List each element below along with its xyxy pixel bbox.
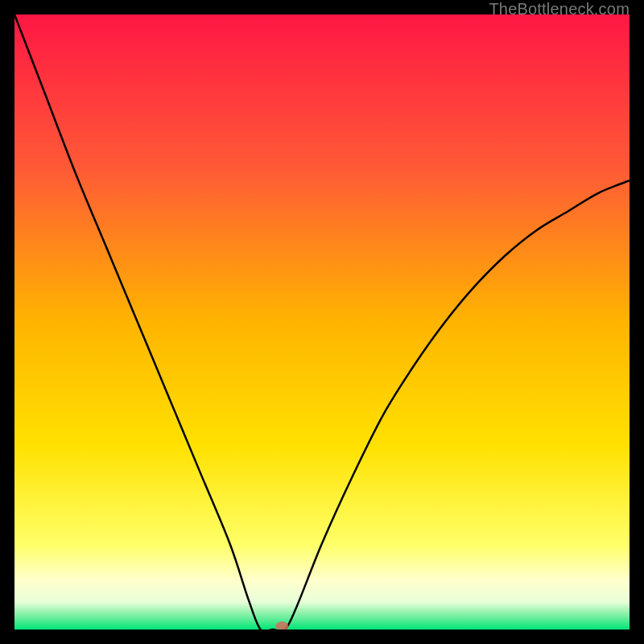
watermark-text: TheBottleneck.com	[489, 0, 630, 19]
chart-frame	[14, 14, 630, 630]
chart-background	[14, 14, 630, 630]
bottleneck-chart	[14, 14, 630, 630]
